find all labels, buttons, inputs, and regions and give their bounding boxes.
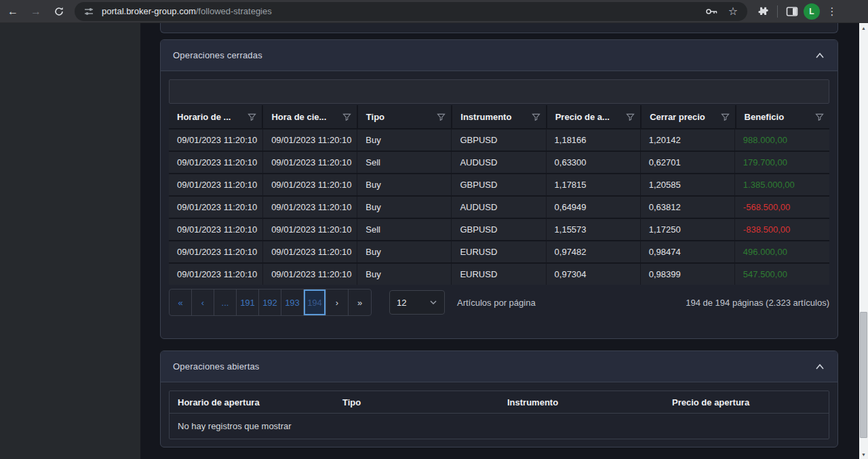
first-page-button[interactable]: « bbox=[170, 290, 192, 315]
cell-open-price: 1,17815 bbox=[547, 174, 641, 195]
cell-open-price: 0,63300 bbox=[547, 152, 641, 173]
col-header-close-price[interactable]: Cerrar precio bbox=[642, 105, 734, 128]
col-header-open-time[interactable]: Horario de ... bbox=[169, 105, 262, 128]
closed-table-header: Horario de ... Hora de cie... Tipo Instr… bbox=[169, 105, 829, 128]
cell-instrument: AUDUSD bbox=[452, 152, 546, 173]
filter-icon[interactable] bbox=[721, 113, 730, 121]
cell-open-time: 09/01/2023 11:20:10 bbox=[169, 197, 263, 218]
prev-page-button[interactable]: ‹ bbox=[192, 290, 214, 315]
table-row[interactable]: 09/01/2023 11:20:10 09/01/2023 11:20:10 … bbox=[169, 219, 829, 240]
cell-close-time: 09/01/2023 11:20:10 bbox=[263, 264, 357, 285]
col-header-instrument[interactable]: Instrumento bbox=[499, 391, 664, 413]
cell-profit: -568.500,00 bbox=[735, 197, 829, 218]
col-header-instrument[interactable]: Instrumento bbox=[452, 105, 545, 128]
pagination-summary: 194 de 194 páginas (2.323 artículos) bbox=[686, 298, 829, 308]
url-path: /followed-strategies bbox=[196, 6, 272, 16]
col-header-close-time[interactable]: Hora de cie... bbox=[263, 105, 356, 128]
scroll-up-arrow-icon[interactable]: ▲ bbox=[859, 23, 868, 33]
last-page-button[interactable]: » bbox=[349, 290, 371, 315]
scroll-down-arrow-icon[interactable]: ▼ bbox=[859, 450, 868, 459]
cell-profit: 1.385.000,00 bbox=[735, 174, 829, 195]
cell-close-price: 1,17250 bbox=[641, 219, 735, 240]
page-size-select[interactable]: 12 bbox=[389, 290, 445, 315]
page-button-192[interactable]: 192 bbox=[259, 290, 281, 315]
cell-type: Buy bbox=[357, 264, 452, 285]
profile-avatar[interactable]: L bbox=[804, 3, 820, 20]
col-header-open-time[interactable]: Horario de apertura bbox=[170, 391, 334, 413]
password-key-icon[interactable] bbox=[705, 7, 719, 16]
cell-profit: -838.500,00 bbox=[735, 219, 829, 240]
site-info-icon[interactable] bbox=[81, 4, 96, 19]
address-bar[interactable]: portal.broker-group.com/followed-strateg… bbox=[75, 2, 747, 21]
col-header-profit[interactable]: Beneficio bbox=[736, 105, 829, 128]
closed-operations-body: Horario de ... Hora de cie... Tipo Instr… bbox=[161, 71, 837, 325]
cell-open-price: 1,18166 bbox=[547, 129, 641, 151]
empty-records-message: No hay registros que mostrar bbox=[170, 414, 829, 439]
refresh-icon[interactable] bbox=[49, 2, 69, 21]
table-row[interactable]: 09/01/2023 11:20:10 09/01/2023 11:20:10 … bbox=[169, 129, 829, 151]
cell-close-time: 09/01/2023 11:20:10 bbox=[263, 174, 357, 195]
browser-menu-icon[interactable]: ⋮ bbox=[825, 5, 839, 18]
table-row[interactable]: 09/01/2023 11:20:10 09/01/2023 11:20:10 … bbox=[169, 174, 829, 195]
col-header-open-price[interactable]: Precio de apertura bbox=[664, 391, 829, 413]
back-icon[interactable]: ← bbox=[3, 2, 23, 21]
cell-open-price: 0,97304 bbox=[547, 264, 641, 285]
grid-group-panel bbox=[169, 79, 829, 104]
forward-icon[interactable]: → bbox=[26, 2, 46, 21]
url-host: portal.broker-group.com bbox=[102, 6, 196, 16]
extensions-icon[interactable] bbox=[757, 5, 769, 18]
pagination-buttons: « ‹ ... 191 192 193 194 › » bbox=[169, 289, 372, 316]
filter-icon[interactable] bbox=[815, 113, 824, 121]
table-row[interactable]: 09/01/2023 11:20:10 09/01/2023 11:20:10 … bbox=[169, 197, 829, 218]
filter-icon[interactable] bbox=[626, 113, 635, 121]
open-operations-header[interactable]: Operaciones abiertas bbox=[161, 351, 837, 382]
cell-open-price: 1,15573 bbox=[547, 219, 641, 240]
page-scrollbar[interactable]: ▲ ▼ bbox=[859, 23, 868, 459]
cell-type: Buy bbox=[357, 129, 452, 151]
collapse-chevron-up-icon[interactable] bbox=[814, 363, 825, 371]
cell-instrument: AUDUSD bbox=[452, 197, 546, 218]
page-button-191[interactable]: 191 bbox=[237, 290, 259, 315]
cell-open-price: 0,64949 bbox=[547, 197, 641, 218]
closed-operations-header[interactable]: Operaciones cerradas bbox=[161, 40, 837, 71]
filter-icon[interactable] bbox=[248, 113, 256, 121]
cell-instrument: EURUSD bbox=[452, 241, 546, 262]
page-button-193[interactable]: 193 bbox=[281, 290, 304, 315]
filter-icon[interactable] bbox=[437, 113, 446, 121]
toolbar-separator bbox=[777, 5, 778, 18]
cell-type: Sell bbox=[357, 219, 452, 240]
bookmark-star-icon[interactable]: ☆ bbox=[728, 6, 738, 17]
table-row[interactable]: 09/01/2023 11:20:10 09/01/2023 11:20:10 … bbox=[169, 241, 829, 262]
browser-toolbar: ← → portal.broker-group.com/followed-str… bbox=[0, 0, 868, 23]
page-size-value: 12 bbox=[397, 298, 406, 308]
col-header-type[interactable]: Tipo bbox=[358, 105, 451, 128]
filter-icon[interactable] bbox=[532, 113, 540, 121]
cell-instrument: GBPUSD bbox=[452, 129, 546, 151]
scrollbar-thumb[interactable] bbox=[860, 312, 867, 438]
side-panel-icon[interactable] bbox=[786, 6, 798, 17]
cell-open-time: 09/01/2023 11:20:10 bbox=[169, 152, 263, 173]
cell-close-time: 09/01/2023 11:20:10 bbox=[263, 197, 357, 218]
col-header-open-price[interactable]: Precio de a... bbox=[547, 105, 640, 128]
left-panel bbox=[0, 23, 140, 459]
pagination-bar: « ‹ ... 191 192 193 194 › » 12 bbox=[169, 287, 829, 317]
cell-type: Buy bbox=[357, 174, 452, 195]
cell-close-price: 1,20142 bbox=[641, 129, 735, 151]
cell-close-time: 09/01/2023 11:20:10 bbox=[263, 219, 357, 240]
cell-open-time: 09/01/2023 11:20:10 bbox=[169, 241, 263, 262]
cell-open-time: 09/01/2023 11:20:10 bbox=[169, 174, 263, 195]
ellipsis-page-button[interactable]: ... bbox=[214, 290, 237, 315]
page-content: Operaciones cerradas Horario de ... Hora… bbox=[0, 23, 868, 459]
browser-window: ← → portal.broker-group.com/followed-str… bbox=[0, 0, 868, 459]
col-header-type[interactable]: Tipo bbox=[334, 391, 499, 413]
closed-operations-card: Operaciones cerradas Horario de ... Hora… bbox=[160, 39, 838, 339]
table-row[interactable]: 09/01/2023 11:20:10 09/01/2023 11:20:10 … bbox=[169, 152, 829, 173]
table-row[interactable]: 09/01/2023 11:20:10 09/01/2023 11:20:10 … bbox=[169, 264, 829, 285]
page-button-current[interactable]: 194 bbox=[304, 290, 326, 315]
cell-close-price: 0,63812 bbox=[641, 197, 735, 218]
cell-open-time: 09/01/2023 11:20:10 bbox=[169, 129, 263, 151]
filter-icon[interactable] bbox=[342, 113, 351, 121]
next-page-button[interactable]: › bbox=[326, 290, 349, 315]
cell-close-price: 0,62701 bbox=[641, 152, 735, 173]
collapse-chevron-up-icon[interactable] bbox=[814, 52, 825, 60]
